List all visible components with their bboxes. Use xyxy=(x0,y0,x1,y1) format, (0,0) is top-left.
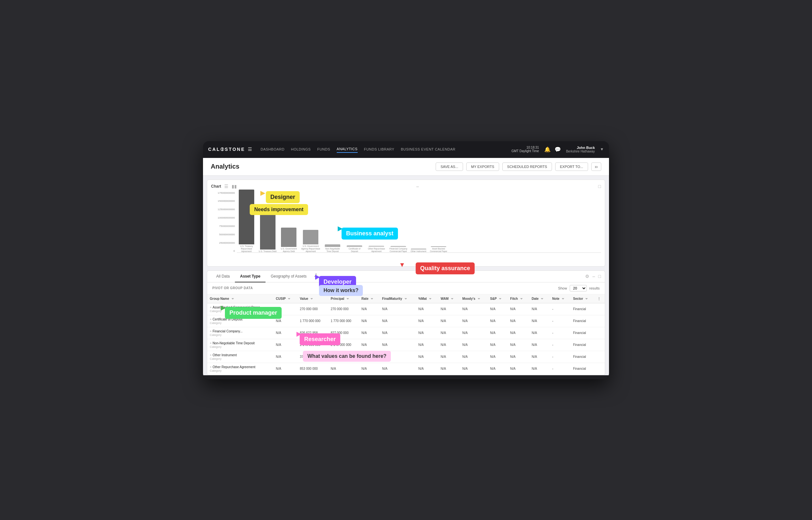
cell-moodys-2: N/A xyxy=(460,327,488,339)
cell-pct-mat-0: N/A xyxy=(416,303,438,315)
nav-right: 10:18:31 GMT Daylight Time 🔔 💬 John Buck… xyxy=(511,146,604,153)
my-exports-button[interactable]: MY EXPORTS xyxy=(466,162,499,171)
chart-minimize-button[interactable]: – xyxy=(416,184,419,189)
col-wam[interactable]: WAM ⏷ xyxy=(438,294,460,303)
user-org: Berkshire Hathaway xyxy=(566,150,595,153)
collapse-button[interactable]: ›› xyxy=(591,162,601,171)
cell-cusip-5: N/A xyxy=(273,363,297,374)
cell-fitch-5: N/A xyxy=(508,363,529,374)
col-principal[interactable]: Principal ⏷ xyxy=(328,294,359,303)
row-sub-0: Category xyxy=(210,310,222,313)
nav-icons: 🔔 💬 xyxy=(544,146,561,153)
pivot-label: PIVOT OR GROUP DATA xyxy=(212,286,253,290)
tab-all-data[interactable]: All Data xyxy=(211,271,235,282)
table-settings-icon[interactable]: ⚙ xyxy=(585,274,589,279)
cell-sector-1: Financial xyxy=(570,315,595,327)
col-rate[interactable]: Rate ⏷ xyxy=(359,294,380,303)
cell-cusip-3: N/A xyxy=(273,339,297,351)
chart-header: Chart ☰ ▮▮ – □ xyxy=(211,184,601,189)
table-row: + Asset Backed Commercial PaperCategory … xyxy=(207,303,605,315)
cell-principal-4: 372 000 000 xyxy=(328,351,359,363)
col-more[interactable]: ⋮ xyxy=(595,294,605,303)
y-label-2: 50000000000 xyxy=(219,233,235,236)
cell-wam-0: N/A xyxy=(438,303,460,315)
bar-group-0: U.S. Treasury Repurchase Agreement xyxy=(237,189,256,253)
menu-icon[interactable]: ☰ xyxy=(248,147,253,152)
bar-4 xyxy=(325,244,340,247)
cell-sp-0: N/A xyxy=(488,303,508,315)
col-sector[interactable]: Sector ⏷ xyxy=(570,294,595,303)
cell-date-1: N/A xyxy=(529,315,550,327)
tabs-section: All Data Asset Type Geography of Assets … xyxy=(207,270,605,282)
row-expand-0[interactable]: + xyxy=(210,306,212,309)
col-moodys[interactable]: Moody's ⏷ xyxy=(460,294,488,303)
nav-dashboard[interactable]: DASHBOARD xyxy=(261,146,285,153)
col-note[interactable]: Note ⏷ xyxy=(550,294,571,303)
chart-expand-button[interactable]: □ xyxy=(598,184,601,189)
cell-pct-mat-5: N/A xyxy=(416,363,438,374)
nav-analytics[interactable]: ANALYTICS xyxy=(337,146,358,153)
cell-sector-0: Financial xyxy=(570,303,595,315)
col-pct-mat[interactable]: %Mat ⏷ xyxy=(416,294,438,303)
cell-sp-5: N/A xyxy=(488,363,508,374)
cell-final-maturity-0: N/A xyxy=(380,303,416,315)
chart-table-icon[interactable]: ☰ xyxy=(224,184,228,189)
nav-time: 10:18:31 GMT Daylight Time xyxy=(511,146,539,153)
nav-holdings[interactable]: HOLDINGS xyxy=(291,146,310,153)
message-icon[interactable]: 💬 xyxy=(554,146,561,153)
cell-rate-2: N/A xyxy=(359,327,380,339)
notification-icon[interactable]: 🔔 xyxy=(544,146,551,153)
cell-value-1: 1 770 000 000 xyxy=(297,315,328,327)
table-row: + Other Repurchase AgreementCategory N/A… xyxy=(207,363,605,374)
cell-rate-5: N/A xyxy=(359,363,380,374)
chart-area: 175000000000 150000000000 125000000000 1… xyxy=(211,191,601,262)
cell-rate-1: N/A xyxy=(359,315,380,327)
scheduled-reports-button[interactable]: SCHEDULED REPORTS xyxy=(502,162,552,171)
nav-funds-library[interactable]: FUNDS LIBRARY xyxy=(364,146,395,153)
save-as-button[interactable]: SAVE AS... xyxy=(436,162,463,171)
nav-business-event-calendar[interactable]: BUSINESS EVENT CALENDAR xyxy=(401,146,456,153)
row-expand-3[interactable]: + xyxy=(210,341,212,345)
tab-geography-of-assets[interactable]: Geography of Assets xyxy=(266,271,312,282)
row-expand-5[interactable]: + xyxy=(210,365,212,369)
cell-value-0: 270 000 000 xyxy=(297,303,328,315)
bar-group-1: U.S. Treasury Debt xyxy=(259,208,276,253)
header-buttons: SAVE AS... MY EXPORTS SCHEDULED REPORTS … xyxy=(436,162,601,171)
table-minimize-icon[interactable]: – xyxy=(593,274,595,279)
show-select[interactable]: 20 50 100 xyxy=(570,285,587,291)
bar-0 xyxy=(239,189,254,244)
user-dropdown-icon[interactable]: ▼ xyxy=(600,147,604,152)
table-toolbar: PIVOT OR GROUP DATA Show 20 50 100 resul… xyxy=(207,282,605,294)
col-date[interactable]: Date ⏷ xyxy=(529,294,550,303)
bar-label-5: Certificate of Deposit xyxy=(345,248,364,253)
col-value[interactable]: Value ⏷ xyxy=(297,294,328,303)
cell-fitch-0: N/A xyxy=(508,303,529,315)
table-expand-icon[interactable]: □ xyxy=(598,274,601,279)
cell-sp-2: N/A xyxy=(488,327,508,339)
cell-fitch-4: N/A xyxy=(508,351,529,363)
row-expand-4[interactable]: + xyxy=(210,353,212,357)
bar-label-9: Asset Backed Commercial Paper xyxy=(429,248,448,253)
tab-asset-type[interactable]: Asset Type xyxy=(235,271,266,282)
chart-bar-icon[interactable]: ▮▮ xyxy=(232,184,237,189)
bar-label-4: Non-Negotiable Time Deposit xyxy=(323,248,342,253)
cell-sp-3: N/A xyxy=(488,339,508,351)
row-sub-2: Category xyxy=(210,333,222,337)
export-to-button[interactable]: EXPORT TO... xyxy=(555,162,588,171)
row-sub-4: Category xyxy=(210,357,222,360)
row-expand-1[interactable]: + xyxy=(210,317,212,321)
col-fitch[interactable]: Fitch ⏷ xyxy=(508,294,529,303)
bar-group-6: Other Repurchase Agreement xyxy=(367,246,386,253)
col-sp[interactable]: S&P ⏷ xyxy=(488,294,508,303)
col-final-maturity[interactable]: FinalMaturity ⏷ xyxy=(380,294,416,303)
row-expand-2[interactable]: + xyxy=(210,330,212,333)
col-group-name[interactable]: Group Name ⏷ xyxy=(207,294,273,303)
nav-funds[interactable]: FUNDS xyxy=(317,146,330,153)
cell-date-3: N/A xyxy=(529,339,550,351)
cell-wam-5: N/A xyxy=(438,363,460,374)
col-cusip[interactable]: CUSIP ⏷ xyxy=(273,294,297,303)
tab-add-button[interactable]: ╋ xyxy=(312,271,320,282)
cell-principal-0: 270 000 000 xyxy=(328,303,359,315)
cell-cusip-1: N/A xyxy=(273,315,297,327)
bar-label-3: U.S. Government Agency Repurchase Agreem… xyxy=(301,245,320,253)
